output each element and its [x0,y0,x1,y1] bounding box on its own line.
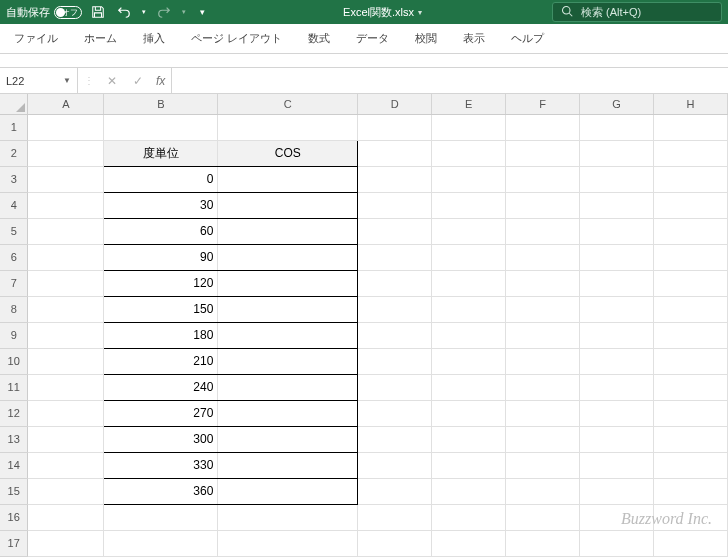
cell[interactable] [506,140,580,166]
name-box[interactable]: L22 ▼ [0,68,78,93]
tab-formulas[interactable]: 数式 [304,25,334,52]
cell[interactable]: COS [218,140,358,166]
name-box-dropdown-icon[interactable]: ▼ [63,76,71,85]
cell[interactable] [432,270,506,296]
row-header[interactable]: 17 [0,530,28,556]
tab-review[interactable]: 校閲 [411,25,441,52]
cell[interactable] [28,114,104,140]
search-box[interactable]: 検索 (Alt+Q) [552,2,722,22]
cell[interactable] [580,166,654,192]
cell[interactable] [218,374,358,400]
cell[interactable] [432,530,506,556]
cell[interactable] [28,374,104,400]
cell[interactable]: 360 [104,478,218,504]
cell[interactable] [654,296,728,322]
cell[interactable] [358,426,432,452]
tab-insert[interactable]: 挿入 [139,25,169,52]
cell[interactable] [28,166,104,192]
tab-help[interactable]: ヘルプ [507,25,548,52]
cell[interactable] [104,504,218,530]
col-header[interactable]: A [28,94,104,114]
cell[interactable] [28,426,104,452]
cell[interactable] [580,348,654,374]
cancel-icon[interactable]: ✕ [104,73,120,89]
cell[interactable] [28,530,104,556]
cell[interactable] [654,322,728,348]
cell[interactable] [28,478,104,504]
cell[interactable] [580,400,654,426]
autosave-toggle[interactable]: 自動保存 オフ [6,5,82,20]
cell[interactable] [28,322,104,348]
cell[interactable]: 90 [104,244,218,270]
cell[interactable] [218,478,358,504]
tab-view[interactable]: 表示 [459,25,489,52]
cell[interactable] [654,478,728,504]
cell[interactable] [432,140,506,166]
row-header[interactable]: 9 [0,322,28,348]
cell[interactable] [358,530,432,556]
col-header[interactable]: C [218,94,358,114]
cell[interactable] [506,374,580,400]
cell[interactable] [28,244,104,270]
cell[interactable] [506,296,580,322]
undo-icon[interactable] [116,4,132,20]
cell[interactable] [432,426,506,452]
cell[interactable] [506,426,580,452]
cell[interactable] [218,114,358,140]
cell[interactable]: 300 [104,426,218,452]
fx-icon[interactable]: fx [156,74,165,88]
cell[interactable] [580,192,654,218]
cell[interactable]: 30 [104,192,218,218]
undo-dropdown-icon[interactable]: ▾ [142,8,146,16]
cell[interactable] [506,114,580,140]
cell[interactable] [580,374,654,400]
autosave-switch[interactable]: オフ [54,6,82,19]
col-header[interactable]: G [580,94,654,114]
cell[interactable] [218,244,358,270]
cell[interactable] [580,426,654,452]
cell[interactable] [580,452,654,478]
qat-customize-icon[interactable]: ▾ [200,7,205,17]
cell[interactable] [506,478,580,504]
row-header[interactable]: 2 [0,140,28,166]
cell[interactable] [218,192,358,218]
cell[interactable]: 240 [104,374,218,400]
cell[interactable] [28,218,104,244]
cell[interactable] [104,530,218,556]
cell[interactable] [654,400,728,426]
cell[interactable] [358,322,432,348]
cell[interactable] [218,270,358,296]
cell[interactable] [432,452,506,478]
cell[interactable] [432,478,506,504]
cell[interactable]: 60 [104,218,218,244]
redo-dropdown-icon[interactable]: ▾ [182,8,186,16]
cell[interactable] [654,244,728,270]
cell[interactable] [218,426,358,452]
cell[interactable] [654,140,728,166]
cell[interactable] [358,478,432,504]
col-header[interactable]: E [432,94,506,114]
cell[interactable] [218,218,358,244]
cell[interactable] [580,322,654,348]
row-header[interactable]: 1 [0,114,28,140]
cell[interactable] [432,348,506,374]
col-header[interactable]: D [358,94,432,114]
cell[interactable] [506,244,580,270]
cell[interactable] [218,348,358,374]
cell[interactable] [580,244,654,270]
spreadsheet-grid[interactable]: A B C D E F G H 12度単位COS3043056069071208… [0,94,728,560]
cell[interactable] [432,400,506,426]
tab-home[interactable]: ホーム [80,25,121,52]
select-all-corner[interactable] [0,94,28,114]
cell[interactable] [580,114,654,140]
cell[interactable] [28,192,104,218]
cell[interactable] [358,192,432,218]
cell[interactable] [654,374,728,400]
cell[interactable] [28,400,104,426]
formula-input[interactable] [172,68,728,93]
cell[interactable] [654,218,728,244]
cell[interactable] [580,218,654,244]
cell[interactable] [358,270,432,296]
enter-icon[interactable]: ✓ [130,73,146,89]
row-header[interactable]: 13 [0,426,28,452]
